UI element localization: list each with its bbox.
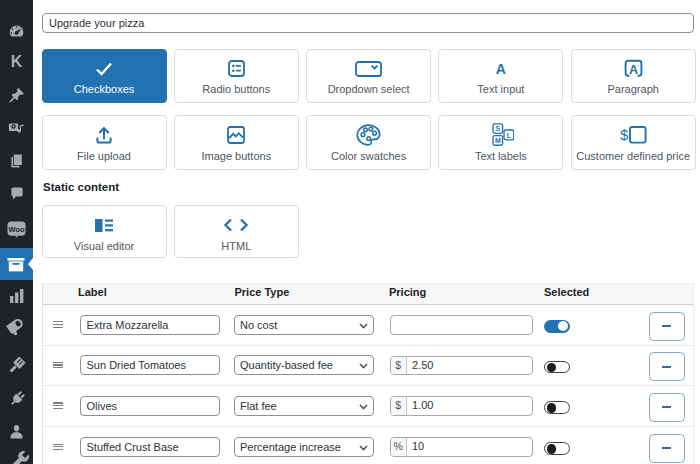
svg-text:A: A	[629, 62, 638, 76]
svg-text:S: S	[495, 125, 500, 132]
svg-text:Woo: Woo	[8, 225, 25, 234]
svg-text:M: M	[495, 137, 501, 144]
svg-text:L: L	[507, 131, 512, 138]
svg-text:$: $	[620, 126, 629, 143]
